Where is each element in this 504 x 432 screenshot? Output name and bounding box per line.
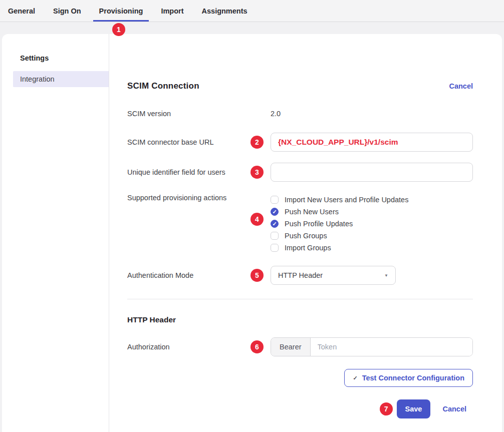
scim-connection-form: SCIM Connection Cancel SCIM version 2.0 … [109, 34, 502, 432]
checkbox-import-users[interactable] [271, 196, 279, 204]
app-window: General Sign On Provisioning Import Assi… [0, 0, 504, 432]
checkbox-label: Push New Users [285, 208, 339, 216]
checkbox-row-push-groups[interactable]: Push Groups [271, 230, 473, 242]
auth-mode-selected-value: HTTP Header [278, 271, 323, 279]
tab-import[interactable]: Import [155, 0, 189, 22]
checkbox-push-profile-updates[interactable] [271, 220, 279, 228]
unique-id-label: Unique identifier field for users [127, 168, 271, 176]
checkbox-row-push-profile-updates[interactable]: Push Profile Updates [271, 218, 473, 230]
token-input[interactable] [311, 338, 472, 356]
base-url-input[interactable] [271, 133, 473, 152]
checkbox-push-groups[interactable] [271, 232, 279, 240]
settings-sidebar: Settings Integration [2, 34, 109, 432]
annotation-badge-6: 6 [250, 340, 264, 353]
cancel-link-top[interactable]: Cancel [449, 82, 473, 90]
save-button[interactable]: Save [397, 399, 431, 418]
checkbox-row-import-groups[interactable]: Import Groups [271, 242, 473, 254]
scim-version-row: SCIM version 2.0 [127, 108, 473, 119]
checkbox-import-groups[interactable] [271, 244, 279, 252]
scim-version-label: SCIM version [127, 110, 271, 118]
checkbox-label: Import New Users and Profile Updates [285, 196, 408, 204]
tab-bar: General Sign On Provisioning Import Assi… [0, 0, 504, 22]
checkbox-label: Push Groups [285, 232, 327, 240]
annotation-badge-4: 4 [250, 213, 264, 226]
form-actions-row: 7 Save Cancel [127, 399, 473, 418]
annotation-badge-7: 7 [380, 402, 393, 415]
annotation-badge-3: 3 [250, 166, 264, 179]
sidebar-item-integration[interactable]: Integration [13, 71, 109, 87]
base-url-label: SCIM connector base URL [127, 138, 271, 146]
auth-mode-row: Authentication Mode 5 HTTP Header ▼ [127, 266, 473, 285]
checkbox-label: Push Profile Updates [285, 220, 353, 228]
test-connector-row: ✓ Test Connector Configuration [127, 369, 473, 387]
checkbox-label: Import Groups [285, 244, 331, 252]
annotation-badge-2: 2 [250, 136, 264, 149]
authorization-label: Authorization [127, 343, 271, 351]
provisioning-actions-row: Supported provisioning actions 4 Import … [127, 194, 473, 254]
section-divider [127, 299, 473, 299]
check-icon: ✓ [353, 375, 357, 381]
test-connector-label: Test Connector Configuration [362, 374, 464, 382]
base-url-row: SCIM connector base URL 2 [127, 133, 473, 152]
sidebar-item-label: Integration [20, 75, 55, 83]
unique-id-input[interactable] [271, 163, 473, 182]
unique-id-row: Unique identifier field for users 3 [127, 163, 473, 182]
checkbox-row-push-new-users[interactable]: Push New Users [271, 206, 473, 218]
tab-sign-on[interactable]: Sign On [47, 0, 87, 22]
tab-assignments[interactable]: Assignments [196, 0, 254, 22]
bearer-prefix: Bearer [271, 338, 311, 356]
annotation-badge-5: 5 [250, 269, 264, 282]
cancel-button[interactable]: Cancel [442, 405, 466, 413]
checkbox-push-new-users[interactable] [271, 208, 279, 216]
tab-provisioning[interactable]: Provisioning [93, 0, 149, 22]
tab-general[interactable]: General [2, 0, 41, 22]
chevron-down-icon: ▼ [384, 273, 388, 278]
auth-mode-label: Authentication Mode [127, 271, 271, 279]
scim-version-value: 2.0 [271, 110, 281, 118]
auth-mode-select[interactable]: HTTP Header ▼ [271, 266, 396, 285]
provisioning-actions-label: Supported provisioning actions [127, 194, 271, 202]
panel-header: SCIM Connection Cancel [127, 79, 473, 93]
authorization-input-group: Bearer [271, 337, 473, 356]
test-connector-button[interactable]: ✓ Test Connector Configuration [344, 369, 473, 387]
sidebar-heading: Settings [20, 54, 109, 62]
http-header-heading: HTTP Header [127, 313, 473, 326]
annotation-badge-1: 1 [112, 23, 125, 36]
page-title: SCIM Connection [127, 81, 199, 91]
authorization-row: Authorization 6 Bearer [127, 337, 473, 356]
provisioning-card: Settings Integration SCIM Connection Can… [2, 34, 502, 432]
checkbox-row-import-users[interactable]: Import New Users and Profile Updates [271, 194, 473, 206]
